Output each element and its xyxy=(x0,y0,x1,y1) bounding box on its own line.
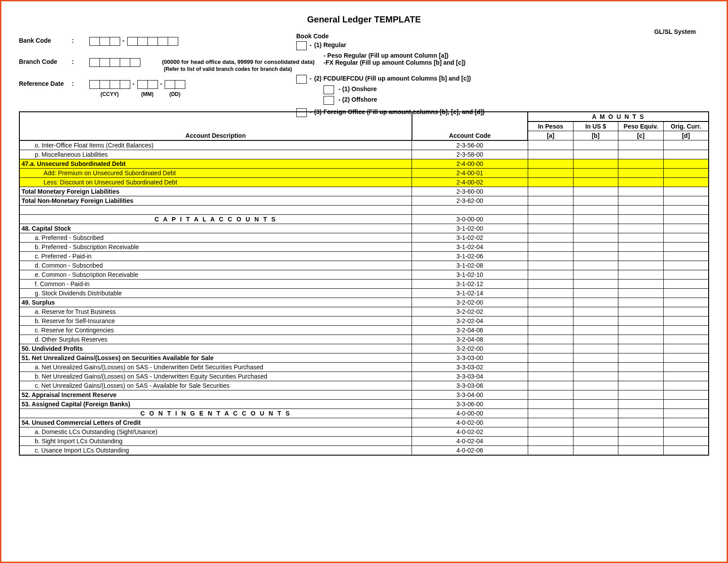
branch-code-input[interactable] xyxy=(89,58,140,67)
cell-amount[interactable] xyxy=(573,353,618,362)
cell-amount[interactable] xyxy=(663,205,709,214)
cell-amount[interactable] xyxy=(618,445,664,455)
cell-amount[interactable] xyxy=(573,251,618,261)
cell-amount[interactable] xyxy=(528,436,573,445)
cell-amount[interactable] xyxy=(663,168,709,177)
cell-amount[interactable] xyxy=(528,418,573,427)
cell-amount[interactable] xyxy=(528,205,573,214)
cell-amount[interactable] xyxy=(663,270,709,279)
cell-amount[interactable] xyxy=(663,325,709,335)
ref-date-mm[interactable] xyxy=(137,80,158,89)
cell-amount[interactable] xyxy=(618,187,664,196)
cell-amount[interactable] xyxy=(663,344,709,353)
cell-amount[interactable] xyxy=(573,224,618,233)
cell-amount[interactable] xyxy=(663,445,709,455)
cell-amount[interactable] xyxy=(663,372,709,381)
cell-amount[interactable] xyxy=(573,362,618,372)
cell-amount[interactable] xyxy=(663,381,709,390)
cell-amount[interactable] xyxy=(663,140,709,150)
cell-amount[interactable] xyxy=(663,187,709,196)
cell-amount[interactable] xyxy=(573,177,618,187)
cell-amount[interactable] xyxy=(663,242,709,251)
cell-amount[interactable] xyxy=(528,150,573,159)
cell-amount[interactable] xyxy=(663,316,709,325)
cell-amount[interactable] xyxy=(663,224,709,233)
cell-amount[interactable] xyxy=(663,159,709,168)
cell-amount[interactable] xyxy=(528,251,573,261)
cell-amount[interactable] xyxy=(618,140,664,150)
cell-amount[interactable] xyxy=(528,224,573,233)
cell-amount[interactable] xyxy=(663,335,709,344)
cell-amount[interactable] xyxy=(618,233,664,242)
cell-amount[interactable] xyxy=(618,168,664,177)
cell-amount[interactable] xyxy=(528,288,573,298)
cell-amount[interactable] xyxy=(663,233,709,242)
cell-amount[interactable] xyxy=(663,279,709,288)
cell-amount[interactable] xyxy=(618,316,664,325)
cell-amount[interactable] xyxy=(618,214,664,224)
book-code-box-2b[interactable] xyxy=(324,96,334,105)
cell-amount[interactable] xyxy=(573,335,618,344)
cell-amount[interactable] xyxy=(618,335,664,344)
cell-amount[interactable] xyxy=(573,214,618,224)
cell-amount[interactable] xyxy=(573,427,618,436)
cell-amount[interactable] xyxy=(573,372,618,381)
book-code-box-3[interactable] xyxy=(296,108,307,117)
cell-amount[interactable] xyxy=(573,307,618,316)
cell-amount[interactable] xyxy=(528,390,573,399)
cell-amount[interactable] xyxy=(528,159,573,168)
cell-amount[interactable] xyxy=(618,288,664,298)
cell-amount[interactable] xyxy=(573,344,618,353)
cell-amount[interactable] xyxy=(573,288,618,298)
bank-code-input-2[interactable] xyxy=(127,37,178,46)
cell-amount[interactable] xyxy=(618,279,664,288)
cell-amount[interactable] xyxy=(528,177,573,187)
cell-amount[interactable] xyxy=(663,418,709,427)
cell-amount[interactable] xyxy=(573,408,618,418)
cell-amount[interactable] xyxy=(528,335,573,344)
ref-date-dd[interactable] xyxy=(165,80,185,89)
cell-amount[interactable] xyxy=(618,390,664,399)
cell-amount[interactable] xyxy=(528,408,573,418)
cell-amount[interactable] xyxy=(528,298,573,307)
cell-amount[interactable] xyxy=(528,168,573,177)
cell-amount[interactable] xyxy=(618,270,664,279)
cell-amount[interactable] xyxy=(663,408,709,418)
bank-code-input[interactable] xyxy=(89,37,120,46)
cell-amount[interactable] xyxy=(663,177,709,187)
cell-amount[interactable] xyxy=(573,390,618,399)
cell-amount[interactable] xyxy=(618,372,664,381)
cell-amount[interactable] xyxy=(618,325,664,335)
cell-amount[interactable] xyxy=(618,399,664,408)
cell-amount[interactable] xyxy=(528,353,573,362)
cell-amount[interactable] xyxy=(663,390,709,399)
cell-amount[interactable] xyxy=(573,205,618,214)
cell-amount[interactable] xyxy=(618,344,664,353)
cell-amount[interactable] xyxy=(573,381,618,390)
book-code-box-2[interactable] xyxy=(296,75,307,84)
cell-amount[interactable] xyxy=(618,205,664,214)
cell-amount[interactable] xyxy=(528,261,573,270)
cell-amount[interactable] xyxy=(663,436,709,445)
cell-amount[interactable] xyxy=(663,307,709,316)
book-code-box-2a[interactable] xyxy=(324,85,334,94)
cell-amount[interactable] xyxy=(528,279,573,288)
cell-amount[interactable] xyxy=(573,140,618,150)
cell-amount[interactable] xyxy=(528,233,573,242)
cell-amount[interactable] xyxy=(663,298,709,307)
cell-amount[interactable] xyxy=(528,196,573,205)
cell-amount[interactable] xyxy=(573,399,618,408)
cell-amount[interactable] xyxy=(618,362,664,372)
cell-amount[interactable] xyxy=(618,436,664,445)
cell-amount[interactable] xyxy=(618,381,664,390)
cell-amount[interactable] xyxy=(618,177,664,187)
cell-amount[interactable] xyxy=(663,427,709,436)
cell-amount[interactable] xyxy=(528,344,573,353)
cell-amount[interactable] xyxy=(663,251,709,261)
cell-amount[interactable] xyxy=(528,372,573,381)
cell-amount[interactable] xyxy=(618,251,664,261)
cell-amount[interactable] xyxy=(528,316,573,325)
cell-amount[interactable] xyxy=(573,325,618,335)
cell-amount[interactable] xyxy=(573,418,618,427)
cell-amount[interactable] xyxy=(663,399,709,408)
